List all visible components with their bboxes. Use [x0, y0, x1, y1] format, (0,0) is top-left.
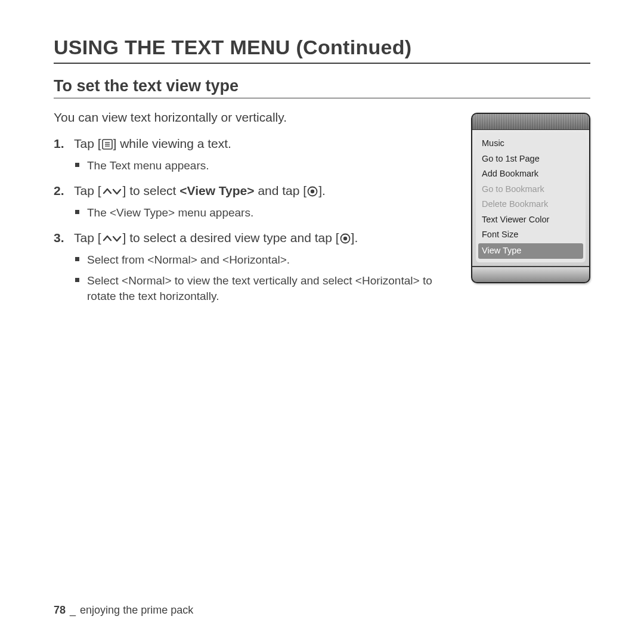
step-3-post: ].	[351, 231, 358, 244]
svg-point-7	[343, 237, 346, 240]
device-menu-item-selected: View Type	[478, 243, 583, 259]
up-down-icon	[102, 186, 122, 197]
ok-button-icon	[307, 186, 318, 197]
step-3-sub-2: Select <Normal> to view the text vertica…	[74, 273, 459, 305]
step-2-sub-1: The <View Type> menu appears.	[74, 205, 459, 221]
step-2: Tap [] to select <View Type> and tap [].…	[54, 182, 459, 221]
svg-point-5	[311, 190, 314, 193]
device-menu-item: Go to 1st Page	[476, 151, 586, 167]
step-1-pre: Tap [	[74, 137, 101, 150]
device-menu: Music Go to 1st Page Add Bookmark Go to …	[476, 132, 586, 262]
device-menu-item: Font Size	[476, 227, 586, 243]
step-2-mid2: and tap [	[255, 184, 307, 197]
device-bezel-top	[472, 114, 589, 129]
device-menu-item-disabled: Go to Bookmark	[476, 182, 586, 197]
step-1-post: ] while viewing a text.	[113, 137, 231, 150]
footer-separator: _	[70, 604, 76, 616]
page-title: USING THE TEXT MENU (Continued)	[54, 36, 590, 64]
step-2-mid: ] to select	[123, 184, 180, 197]
steps-list: Tap [] while viewing a text. The Text me…	[54, 135, 459, 305]
step-3-sub-1: Select from <Normal> and <Horizontal>.	[74, 252, 459, 268]
ok-button-icon	[340, 233, 351, 244]
chapter-name: enjoying the prime pack	[80, 604, 193, 616]
device-menu-item: Add Bookmark	[476, 166, 586, 182]
up-down-icon	[102, 233, 122, 244]
step-1: Tap [] while viewing a text. The Text me…	[54, 135, 459, 174]
step-3-pre: Tap [	[74, 231, 101, 244]
device-menu-item: Text Viewer Color	[476, 212, 586, 228]
step-3-mid: ] to select a desired view type and tap …	[123, 231, 339, 244]
section-title: To set the text view type	[54, 77, 590, 98]
intro-text: You can view text horizontally or vertic…	[54, 110, 459, 125]
step-2-post: ].	[318, 184, 326, 197]
page-footer: 78 _ enjoying the prime pack	[54, 604, 193, 617]
page-number: 78	[54, 604, 66, 616]
step-2-pre: Tap [	[74, 184, 101, 197]
device-screen: Music Go to 1st Page Add Bookmark Go to …	[472, 129, 589, 267]
step-1-sub-1: The Text menu appears.	[74, 158, 459, 174]
step-2-bold: <View Type>	[179, 184, 254, 197]
device-menu-item-disabled: Delete Bookmark	[476, 197, 586, 212]
menu-button-icon	[102, 139, 113, 150]
device-bezel-bottom	[472, 267, 589, 282]
device-illustration: Music Go to 1st Page Add Bookmark Go to …	[471, 113, 590, 283]
device-menu-item: Music	[476, 136, 586, 151]
step-3: Tap [] to select a desired view type and…	[54, 230, 459, 305]
